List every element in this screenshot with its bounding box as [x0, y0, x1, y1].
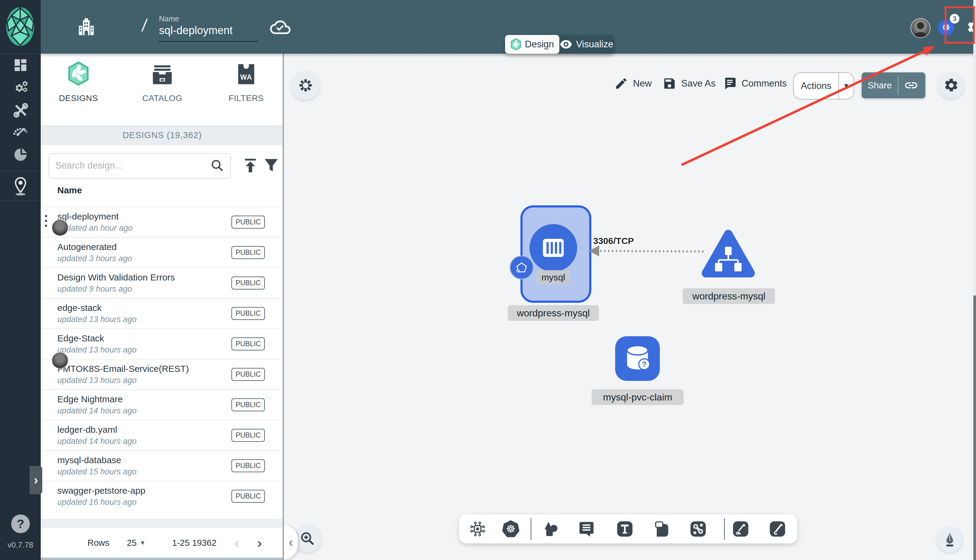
design-list-item[interactable]: Edge Nightmare updated 14 hours ago PUBL…	[41, 389, 284, 420]
design-list-item[interactable]: ledger-db.yaml updated 14 hours ago PUBL…	[41, 420, 284, 450]
tab-visualize[interactable]: Visualize	[559, 35, 614, 54]
list-footer-strip	[41, 519, 284, 528]
save-as-label: Save As	[681, 78, 716, 89]
design-list-item[interactable]: sql-deployment updated an hour ago PUBLI…	[41, 207, 284, 237]
share-button[interactable]: Share	[862, 72, 925, 98]
share-label: Share	[862, 80, 898, 90]
save-as-button[interactable]: Save As	[662, 77, 716, 90]
design-updated: updated an hour ago	[57, 223, 132, 233]
design-updated: updated 14 hours ago	[57, 437, 137, 446]
comment-tool-button[interactable]	[577, 519, 596, 538]
design-list-item[interactable]: edge-stack updated 13 hours ago PUBLIC	[41, 298, 284, 328]
help-button[interactable]: ?	[11, 515, 30, 533]
shapes-icon	[542, 520, 559, 538]
actions-label: Actions	[794, 80, 838, 92]
deployment-shape-badge[interactable]	[510, 255, 534, 280]
comments-label: Comments	[742, 78, 787, 89]
mesh-overlay-button[interactable]	[291, 71, 320, 100]
deployment-pod-circle[interactable]	[529, 224, 577, 272]
design-name: Edge Nightmare	[57, 394, 123, 404]
kubernetes-icon: ☸	[502, 520, 520, 538]
node-pvc-mysql-pvc-claim[interactable]: ?	[615, 336, 660, 381]
tab-visualize-label: Visualize	[576, 39, 613, 50]
design-list-item[interactable]: swagger-petstore-app updated 16 hours ag…	[41, 481, 284, 511]
user-avatar[interactable]	[911, 18, 931, 38]
freehand-pen-button[interactable]	[937, 527, 963, 552]
cloud-saved-icon[interactable]	[270, 19, 290, 35]
canvas-settings-button[interactable]	[938, 72, 964, 98]
pentagon-icon	[516, 262, 528, 273]
design-updated: updated 3 hours ago	[57, 254, 132, 263]
tab-design[interactable]: Design	[505, 35, 559, 54]
search-box	[48, 153, 231, 178]
mode-tabs: Design Visualize	[505, 35, 614, 54]
meshery-logo[interactable]	[6, 7, 35, 47]
lifecycle-gears-icon	[12, 79, 29, 96]
previous-page-button[interactable]: ‹	[234, 536, 239, 550]
rows-per-page-select[interactable]: 25 ▼	[127, 538, 146, 548]
service-node-label: wordpress-mysql	[683, 288, 775, 304]
design-name: Autogenerated	[57, 242, 117, 252]
next-page-button[interactable]: ›	[257, 536, 262, 550]
design-updated: updated 9 hours ago	[57, 284, 132, 294]
node-service-wordpress-mysql[interactable]	[701, 229, 756, 280]
visualize-eye-icon	[560, 40, 572, 49]
design-name: edge-stack	[57, 303, 102, 313]
pagination-range: 1-25 19362	[172, 538, 217, 548]
sidebar-expand-handle[interactable]: ›	[30, 466, 42, 494]
text-tool-button[interactable]	[615, 519, 634, 538]
panel-collapse-handle[interactable]: ‹	[284, 525, 298, 559]
link-tool-button[interactable]	[689, 519, 708, 538]
pencil-draw-tool-icon	[769, 520, 786, 538]
sidebar-item-kanvas[interactable]	[0, 177, 41, 196]
sidebar-item-extensions[interactable]	[0, 147, 41, 163]
canvas-toolbar: ☸	[459, 515, 797, 543]
panel-tab-designs[interactable]: DESIGNS	[41, 60, 116, 120]
dashboard-icon	[13, 57, 28, 73]
design-list-item[interactable]: mysql-database updated 15 hours ago PUBL…	[41, 450, 284, 481]
search-design-input[interactable]	[55, 156, 207, 175]
sidebar-item-performance[interactable]	[0, 123, 41, 137]
catalog-archive-icon	[151, 60, 174, 86]
comments-button[interactable]: Comments	[723, 77, 787, 90]
design-updated: updated 16 hours ago	[57, 498, 137, 507]
pencil-draw-tool-button[interactable]	[768, 519, 787, 538]
panel-tab-filters-label: FILTERS	[229, 93, 264, 103]
deployment-pod-label: mysql	[536, 270, 570, 284]
design-name: Design With Validation Errors	[57, 272, 175, 283]
design-list-item[interactable]: FMTOK8S-Email-Service(REST) updated 13 h…	[41, 359, 284, 389]
design-list-item[interactable]: Edge-Stack updated 13 hours ago PUBLIC	[41, 328, 284, 359]
shapes-tool-button[interactable]	[541, 519, 560, 538]
sidebar-item-dashboard[interactable]	[0, 57, 41, 73]
new-design-button[interactable]: New	[614, 77, 652, 90]
filter-funnel-icon[interactable]	[264, 158, 279, 173]
tab-design-label: Design	[525, 39, 554, 50]
component-tool-button[interactable]	[468, 519, 487, 538]
container-icon	[541, 235, 566, 261]
sidebar-item-configuration[interactable]	[0, 102, 41, 118]
pen-arrow-tool-button[interactable]	[731, 519, 750, 538]
organization-icon[interactable]	[75, 17, 97, 38]
design-list-item[interactable]: Autogenerated updated 3 hours ago PUBLIC	[41, 237, 284, 267]
annotation-arrow-line	[682, 51, 926, 165]
design-list-item[interactable]: Design With Validation Errors updated 9 …	[41, 267, 284, 298]
copy-link-icon[interactable]	[904, 78, 918, 93]
kubernetes-tool-button[interactable]: ☸	[501, 519, 521, 538]
panel-tab-catalog[interactable]: CATALOG	[125, 60, 200, 120]
row-kebab-icon[interactable]	[45, 215, 47, 227]
search-icon[interactable]	[210, 158, 224, 172]
actions-caret-icon[interactable]: ▼	[839, 82, 854, 90]
horizontal-scrollbar-thumb[interactable]	[41, 558, 284, 560]
upload-design-icon[interactable]	[242, 158, 259, 173]
actions-split-button[interactable]: Actions ▼	[793, 72, 854, 100]
panel-tab-filters[interactable]: WA FILTERS	[209, 60, 284, 120]
rectangle-tool-button[interactable]	[652, 519, 672, 538]
sidebar-item-lifecycle[interactable]	[0, 79, 41, 96]
design-updated: updated 13 hours ago	[57, 376, 137, 385]
design-name: mysql-database	[57, 455, 121, 465]
link-tool-icon	[689, 520, 707, 538]
design-name-input[interactable]	[158, 24, 259, 42]
page-scrollbar-thumb[interactable]	[973, 295, 976, 560]
svg-text:☸: ☸	[506, 523, 516, 535]
magnifier-plus-icon	[300, 531, 315, 547]
